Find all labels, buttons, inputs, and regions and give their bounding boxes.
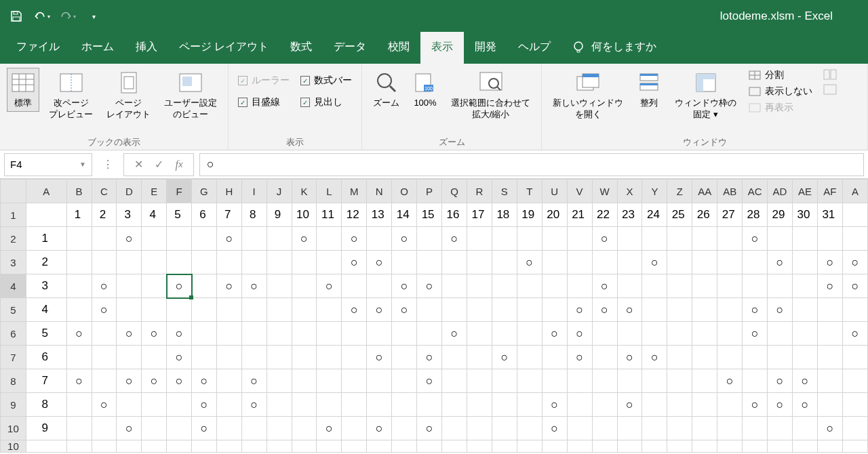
- tab-developer[interactable]: 開発: [464, 32, 507, 64]
- cell[interactable]: [216, 298, 241, 322]
- cell[interactable]: [267, 440, 292, 453]
- cell[interactable]: [216, 393, 241, 417]
- cell[interactable]: ○: [117, 369, 142, 393]
- cell[interactable]: [792, 322, 817, 346]
- cell[interactable]: ○: [367, 346, 392, 369]
- row-header[interactable]: 4: [1, 274, 26, 298]
- cell[interactable]: [592, 251, 617, 274]
- column-header[interactable]: AB: [717, 180, 743, 203]
- cell[interactable]: 2: [92, 203, 117, 227]
- cell[interactable]: 19: [517, 203, 542, 227]
- cell[interactable]: [492, 393, 517, 417]
- cell[interactable]: [467, 251, 492, 274]
- cell[interactable]: [492, 322, 517, 346]
- cell[interactable]: [292, 251, 317, 274]
- cell[interactable]: [467, 440, 492, 453]
- cell[interactable]: [216, 346, 241, 369]
- cell[interactable]: 8: [26, 393, 66, 417]
- cell[interactable]: [667, 346, 692, 369]
- cell[interactable]: [192, 346, 217, 369]
- column-header[interactable]: K: [292, 180, 317, 203]
- cell[interactable]: [567, 274, 592, 298]
- cell[interactable]: [817, 393, 842, 417]
- cell[interactable]: ○: [542, 322, 567, 346]
- view-page-break-button[interactable]: 改ページ プレビュー: [45, 68, 97, 123]
- cell[interactable]: [768, 227, 793, 251]
- cell[interactable]: [792, 440, 817, 453]
- cell[interactable]: [92, 251, 117, 274]
- cell[interactable]: [792, 298, 817, 322]
- cell[interactable]: ○: [768, 251, 793, 274]
- cell[interactable]: [317, 369, 342, 393]
- cell[interactable]: [667, 251, 692, 274]
- cell[interactable]: [317, 227, 342, 251]
- cell[interactable]: ○: [717, 369, 743, 393]
- cell[interactable]: [667, 393, 692, 417]
- tell-me-search[interactable]: 何をしますか: [561, 40, 667, 64]
- cell[interactable]: [292, 417, 317, 440]
- checkbox-ruler[interactable]: ルーラー: [238, 75, 290, 87]
- cell[interactable]: [743, 251, 768, 274]
- cell[interactable]: [717, 274, 743, 298]
- cell[interactable]: ○: [492, 346, 517, 369]
- hide-button[interactable]: 表示しない: [749, 85, 812, 98]
- cell[interactable]: ○: [817, 417, 842, 440]
- cell[interactable]: [216, 369, 241, 393]
- checkbox-headings[interactable]: 見出し: [300, 96, 352, 108]
- cell[interactable]: [717, 227, 743, 251]
- cell[interactable]: [517, 369, 542, 393]
- cell[interactable]: ○: [392, 227, 417, 251]
- cell[interactable]: ○: [417, 346, 442, 369]
- cell[interactable]: [692, 440, 717, 453]
- column-header[interactable]: Q: [442, 180, 467, 203]
- cell[interactable]: [417, 322, 442, 346]
- cell[interactable]: [692, 274, 717, 298]
- cell[interactable]: [517, 393, 542, 417]
- cell[interactable]: [842, 203, 867, 227]
- cell[interactable]: [167, 393, 192, 417]
- column-header[interactable]: R: [467, 180, 492, 203]
- cell[interactable]: [817, 440, 842, 453]
- cell[interactable]: ○: [542, 393, 567, 417]
- cell[interactable]: ○: [743, 322, 768, 346]
- ellipsis-button[interactable]: ⋮: [98, 154, 118, 175]
- zoom-selection-button[interactable]: 選択範囲に合わせて 拡大/縮小: [447, 68, 534, 123]
- cell[interactable]: [617, 369, 642, 393]
- cell[interactable]: [692, 322, 717, 346]
- cell[interactable]: ○: [592, 274, 617, 298]
- tab-formulas[interactable]: 数式: [279, 32, 323, 64]
- cell[interactable]: 20: [542, 203, 567, 227]
- cell[interactable]: [66, 251, 92, 274]
- cell[interactable]: [667, 298, 692, 322]
- cell[interactable]: 27: [717, 203, 743, 227]
- cell[interactable]: [142, 251, 167, 274]
- cell[interactable]: [292, 393, 317, 417]
- cell[interactable]: 18: [492, 203, 517, 227]
- cell[interactable]: [442, 346, 467, 369]
- cell[interactable]: [567, 251, 592, 274]
- cell[interactable]: ○: [192, 369, 217, 393]
- cell[interactable]: [492, 274, 517, 298]
- cell[interactable]: [592, 322, 617, 346]
- cell[interactable]: [642, 393, 667, 417]
- cell[interactable]: ○: [642, 346, 667, 369]
- cell[interactable]: 28: [743, 203, 768, 227]
- column-header[interactable]: V: [567, 180, 592, 203]
- cell[interactable]: [192, 322, 217, 346]
- cell[interactable]: [567, 417, 592, 440]
- cell[interactable]: [617, 274, 642, 298]
- row-header[interactable]: 2: [1, 227, 26, 251]
- cell[interactable]: [167, 251, 192, 274]
- cell[interactable]: [542, 346, 567, 369]
- cell[interactable]: 12: [342, 203, 367, 227]
- cell[interactable]: [66, 227, 92, 251]
- cell[interactable]: [367, 322, 392, 346]
- cell[interactable]: ○: [367, 298, 392, 322]
- cell[interactable]: [367, 274, 392, 298]
- cell[interactable]: [267, 369, 292, 393]
- cell[interactable]: [66, 346, 92, 369]
- cell[interactable]: ○: [743, 227, 768, 251]
- cell[interactable]: ○: [592, 227, 617, 251]
- cell[interactable]: [241, 298, 267, 322]
- cell[interactable]: 3: [26, 274, 66, 298]
